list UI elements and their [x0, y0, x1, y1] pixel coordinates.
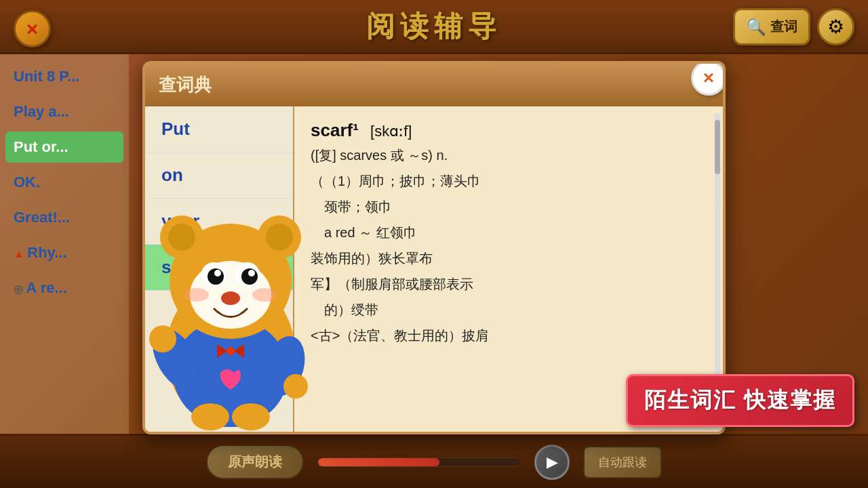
dict-def-line5: 装饰用的）狭长罩布 [311, 248, 707, 268]
close-icon: × [703, 67, 714, 89]
dict-header: 查词典 × [145, 64, 723, 106]
read-button[interactable]: 原声朗读 [206, 445, 304, 479]
dict-close-button[interactable]: × [691, 61, 726, 96]
promo-banner: 陌生词汇 快速掌握 [626, 374, 854, 427]
settings-button[interactable]: ⚙ [817, 8, 854, 45]
search-label: 查词 [770, 18, 797, 36]
play-icon: ▶ [547, 453, 558, 471]
top-bar: × 阅读辅导 🔍 查词 ⚙ [0, 0, 868, 54]
auto-button[interactable]: 自动跟读 [583, 446, 662, 479]
dict-def-word: scarf¹ [skɑːf] [311, 120, 707, 141]
dict-word-on[interactable]: on [145, 152, 293, 199]
app-title: 阅读辅导 [366, 7, 502, 45]
promo-text: 陌生词汇 快速掌握 [644, 388, 836, 412]
dict-word-list: Put on your scarf [145, 106, 294, 432]
dict-def-line6: 军】（制服肩部或腰部表示 [311, 274, 707, 294]
dict-def-line8: <古>（法官、教士用的）披肩 [311, 325, 707, 346]
dict-def-line3: 颈带；领巾 [324, 197, 707, 217]
dict-title: 查词典 [159, 73, 212, 97]
dict-def-phonetic: [skɑːf] [370, 123, 412, 140]
app-container: × 阅读辅导 🔍 查词 ⚙ Unit 8 P... Play a... Put … [0, 0, 868, 488]
play-button[interactable]: ▶ [534, 445, 570, 480]
dict-def-line1: ([复] scarves 或 ～s) n. [311, 145, 707, 165]
settings-icon: ⚙ [827, 16, 844, 38]
close-icon: × [26, 18, 39, 41]
dict-def-line4: a red ～ 红领巾 [324, 222, 707, 243]
progress-fill [318, 458, 439, 466]
dict-word-put[interactable]: Put [145, 106, 293, 152]
search-icon: 🔍 [746, 18, 766, 37]
search-button[interactable]: 🔍 查词 [733, 8, 810, 45]
dict-def-line7: 的）绶带 [324, 300, 707, 320]
dict-word-your[interactable]: your [145, 199, 293, 245]
app-close-button[interactable]: × [14, 10, 51, 47]
dict-scrollbar-thumb[interactable] [715, 120, 720, 174]
progress-bar[interactable] [317, 458, 521, 467]
dict-def-line2: （（1）周巾；披巾；薄头巾 [311, 171, 707, 191]
bottom-bar: 原声朗读 ▶ 自动跟读 [0, 434, 868, 488]
dict-word-scarf[interactable]: scarf [145, 245, 293, 291]
top-right-buttons: 🔍 查词 ⚙ [733, 8, 854, 45]
